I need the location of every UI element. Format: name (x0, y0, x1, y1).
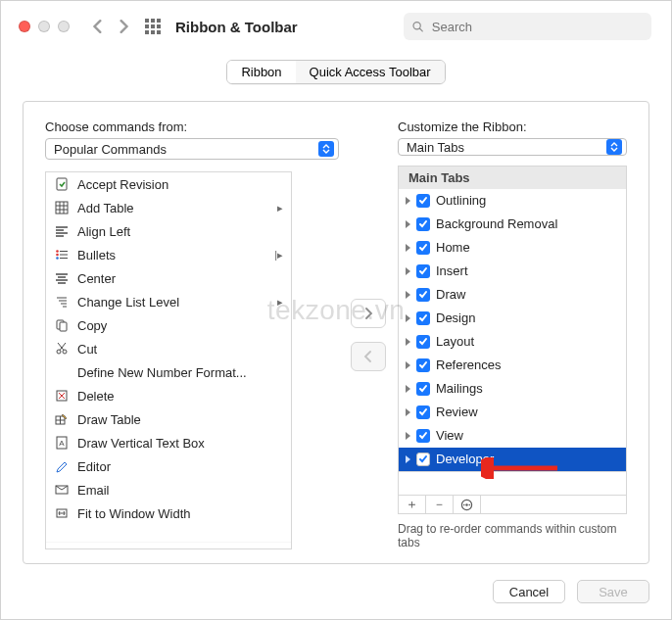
list-item[interactable]: Define New Number Format... (46, 360, 291, 384)
tab-ribbon[interactable]: Ribbon (227, 61, 295, 83)
tab-node-draw[interactable]: Draw (399, 283, 626, 307)
choose-commands-label: Choose commands from: (45, 119, 339, 134)
commands-listbox[interactable]: Accept Revision Add Table ▸ Align Left B… (45, 171, 292, 549)
tab-node-review[interactable]: Review (399, 401, 626, 424)
settings-button[interactable] (454, 496, 481, 513)
svg-point-12 (56, 250, 59, 253)
disclosure-icon (403, 194, 412, 208)
list-item[interactable]: Bullets |▸ (46, 243, 291, 266)
back-button[interactable] (85, 14, 111, 39)
checkbox[interactable] (416, 382, 430, 396)
tab-quick-access-toolbar[interactable]: Quick Access Toolbar (296, 61, 445, 83)
tabs-tree-header: Main Tabs (398, 166, 627, 189)
page-title: Ribbon & Toolbar (175, 19, 298, 35)
disclosure-icon (403, 241, 412, 255)
checkbox[interactable] (416, 241, 430, 255)
list-item[interactable]: Copy (46, 313, 291, 337)
tab-node-view[interactable]: View (399, 424, 626, 448)
tab-node-insert[interactable]: Insert (399, 260, 626, 283)
list-item[interactable]: A Draw Vertical Text Box (46, 431, 291, 454)
tab-label: Draw (436, 287, 465, 302)
tab-label: Layout (436, 334, 474, 349)
checkbox[interactable] (416, 264, 430, 278)
select-stepper-icon (318, 141, 334, 157)
list-item[interactable]: Add Table ▸ (46, 196, 291, 219)
tab-node-mailings[interactable]: Mailings (399, 377, 626, 401)
list-item[interactable]: Center (46, 266, 291, 290)
tab-label: Review (436, 405, 478, 419)
checkbox[interactable] (416, 217, 430, 231)
minimize-window-button[interactable] (38, 21, 50, 32)
tab-label: References (436, 358, 501, 372)
disclosure-icon (403, 217, 412, 231)
customize-ribbon-label: Customize the Ribbon: (398, 119, 627, 134)
remove-command-button[interactable] (351, 342, 386, 371)
customize-ribbon-value: Main Tabs (407, 140, 606, 155)
disclosure-icon (403, 311, 412, 325)
add-command-button[interactable] (351, 299, 386, 328)
content-panel: Choose commands from: Popular Commands A… (23, 101, 649, 564)
list-item[interactable]: Fit to Window Width (46, 501, 291, 525)
disclosure-icon (403, 264, 412, 278)
tab-label: Insert (436, 263, 468, 278)
cut-icon (54, 341, 70, 357)
checkbox[interactable] (416, 358, 430, 372)
tab-node-design[interactable]: Design (399, 307, 626, 330)
tab-label: View (436, 428, 463, 443)
tab-node-developer[interactable]: Developer (399, 448, 626, 471)
svg-text:A: A (59, 439, 65, 448)
list-item[interactable]: Accept Revision (46, 172, 291, 196)
titlebar: Ribbon & Toolbar (1, 1, 671, 52)
checkbox[interactable] (416, 429, 430, 443)
list-item[interactable]: Editor (46, 454, 291, 478)
split-indicator-icon: |▸ (274, 249, 283, 262)
tab-node-background-removal[interactable]: Background Removal (399, 213, 626, 236)
checkbox[interactable] (416, 311, 430, 325)
search-field[interactable] (404, 13, 651, 40)
checkbox[interactable] (416, 405, 430, 419)
tab-label: Design (436, 310, 475, 325)
list-item[interactable]: Delete (46, 384, 291, 407)
tab-node-home[interactable]: Home (399, 236, 626, 260)
reorder-hint: Drag to re-order commands within custom … (398, 522, 627, 549)
blank-icon (54, 364, 70, 380)
list-item[interactable]: Email (46, 478, 291, 501)
tab-node-layout[interactable]: Layout (399, 330, 626, 354)
apps-grid-icon[interactable] (140, 14, 166, 39)
tab-segmented-control: Ribbon Quick Access Toolbar (1, 60, 671, 84)
forward-button[interactable] (111, 14, 136, 39)
save-button[interactable]: Save (577, 580, 649, 603)
add-tab-button[interactable]: ＋ (399, 496, 426, 513)
list-item[interactable]: Draw Table (46, 407, 291, 431)
gear-icon (460, 499, 473, 511)
checkbox[interactable] (416, 335, 430, 349)
list-item[interactable]: Align Left (46, 219, 291, 243)
vertical-textbox-icon: A (54, 435, 70, 451)
tab-node-outlining[interactable]: Outlining (399, 189, 626, 213)
cancel-button[interactable]: Cancel (493, 580, 565, 603)
choose-commands-select[interactable]: Popular Commands (45, 138, 339, 160)
close-window-button[interactable] (19, 21, 30, 32)
tabs-tree[interactable]: OutliningBackground RemovalHomeInsertDra… (398, 189, 627, 472)
editor-icon (54, 458, 70, 474)
svg-point-43 (465, 503, 467, 505)
list-item[interactable]: Change List Level ▸ (46, 290, 291, 313)
svg-point-45 (468, 503, 470, 505)
checkbox[interactable] (416, 194, 430, 208)
customize-ribbon-select[interactable]: Main Tabs (398, 138, 627, 156)
email-icon (54, 482, 70, 498)
remove-tab-button[interactable]: － (426, 496, 454, 513)
zoom-window-button[interactable] (58, 21, 70, 32)
fit-window-icon (54, 505, 70, 521)
tab-node-references[interactable]: References (399, 354, 626, 377)
submenu-indicator-icon: ▸ (277, 202, 283, 215)
search-input[interactable] (430, 19, 644, 35)
tab-label: Home (436, 240, 470, 255)
list-item[interactable]: Cut (46, 337, 291, 360)
align-left-icon (54, 223, 70, 239)
select-stepper-icon (606, 139, 622, 155)
checkbox[interactable] (416, 453, 430, 466)
tab-label: Mailings (436, 381, 483, 396)
checkbox[interactable] (416, 288, 430, 302)
search-icon (411, 20, 424, 33)
